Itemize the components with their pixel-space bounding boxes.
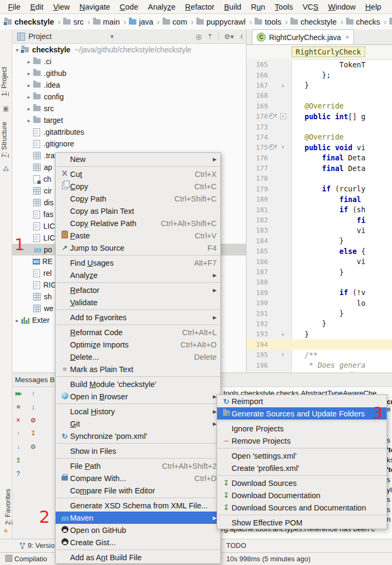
submenu-item-download-sources[interactable]: ↧Download Sources: [217, 477, 387, 489]
tree-item-idea[interactable]: ▸.idea: [12, 79, 246, 91]
submenu-item-remove-projects[interactable]: ─Remove Projects: [217, 435, 387, 447]
menubar-run[interactable]: Run: [246, 3, 270, 11]
submenu-item-show-effective-pom[interactable]: Show Effective POM: [217, 516, 387, 529]
context-menu-item-compare-with[interactable]: Compare With...Ctrl+D: [56, 472, 220, 484]
project-view-dropdown-icon[interactable]: ▼: [110, 34, 115, 40]
tree-arrow-icon[interactable]: ▸: [26, 71, 32, 76]
tree-item-gitattributes[interactable]: .gitattributes: [12, 126, 246, 138]
breadcrumb-puppycrawl[interactable]: puppycrawl: [196, 18, 245, 26]
menubar-build[interactable]: Build: [219, 3, 246, 11]
tree-item-src[interactable]: ▸src: [12, 103, 246, 114]
collapse-all-icon[interactable]: ⇡: [207, 33, 213, 41]
context-menu-item-copy-relative-path[interactable]: Copy Relative PathCtrl+Alt+Shift+C: [56, 217, 220, 229]
submenu-item-ignore-projects[interactable]: Ignore Projects: [217, 422, 387, 435]
context-menu-item-validate[interactable]: Validate: [56, 296, 220, 308]
tree-arrow-icon[interactable]: ▸: [26, 59, 32, 65]
tree-arrow-icon[interactable]: ▸: [26, 82, 32, 88]
tree-item-github[interactable]: ▸.github: [12, 67, 246, 79]
context-menu-item-create-gist[interactable]: Create Gist...: [56, 536, 220, 548]
context-menu-item-copy-path[interactable]: Copy PathCtrl+Shift+C: [56, 192, 220, 205]
hide-passed-icon[interactable]: ⊘: [29, 416, 37, 424]
help-icon[interactable]: ?: [14, 469, 22, 478]
fold-plus-icon[interactable]: +: [280, 113, 286, 119]
menubar-tools[interactable]: Tools: [270, 3, 298, 11]
context-menu-item-mark-as-plain-text[interactable]: ≡Mark as Plain Text: [56, 363, 220, 375]
fold-down-icon[interactable]: ▼: [279, 352, 287, 357]
context-menu-item-add-as-ant-build-file[interactable]: Add as Ant Build File: [56, 551, 220, 563]
context-menu-item-jump-to-source[interactable]: ↗Jump to SourceF4: [56, 242, 220, 254]
tree-arrow-icon[interactable]: ▸: [14, 318, 20, 323]
tree-arrow-icon[interactable]: ▸: [26, 106, 32, 112]
context-menu-item-git[interactable]: Git▶: [56, 417, 220, 430]
context-menu-item-local-history[interactable]: Local History▶: [56, 405, 220, 417]
up-icon[interactable]: ↑: [14, 429, 22, 438]
export-icon[interactable]: ↥: [14, 456, 22, 465]
close-icon[interactable]: ×: [345, 33, 350, 41]
breadcrumb-java[interactable]: java: [129, 18, 153, 26]
import-icon[interactable]: ↧: [29, 429, 37, 438]
context-menu-item-open-on-github[interactable]: Open on GitHub: [56, 524, 220, 536]
tree-arrow-icon[interactable]: ▸: [26, 118, 32, 123]
context-menu-item-maven[interactable]: mMaven▶: [56, 512, 220, 524]
collapse-all-icon[interactable]: ↨: [29, 403, 37, 411]
breadcrumb-com[interactable]: com: [163, 18, 187, 26]
breadcrumb-main[interactable]: main: [93, 18, 120, 26]
submenu-item-download-documentation[interactable]: ↧Download Documentation: [217, 489, 387, 501]
submenu-item-reimport[interactable]: ↻Reimport: [217, 395, 387, 407]
sidebar-tab-project[interactable]: 1: Project: [0, 60, 12, 103]
submenu-item-create-profiles-xml[interactable]: Create 'profiles.xml': [217, 462, 387, 474]
context-menu-item-open-in-browser[interactable]: Open in Browser▶: [56, 390, 220, 403]
submenu-item-download-sources-and-documentation[interactable]: ↧Download Sources and Documentation: [217, 501, 387, 514]
menubar-vcs[interactable]: VCS: [298, 3, 324, 11]
settings-wrench-icon[interactable]: ⚙: [29, 443, 37, 451]
breadcrumb-checks[interactable]: checks: [346, 18, 380, 26]
menubar-window[interactable]: Window: [324, 3, 361, 11]
context-menu-item-copy[interactable]: CopyCtrl+C: [56, 180, 220, 192]
breadcrumb-src[interactable]: src: [63, 18, 83, 26]
context-menu-item-find-usages[interactable]: Find UsagesAlt+F7: [56, 257, 220, 269]
tab-rightcurlycheck[interactable]: C RightCurlyCheck.java ×: [252, 29, 354, 44]
menubar-edit[interactable]: Edit: [25, 3, 48, 11]
down-icon[interactable]: ↓: [14, 443, 22, 451]
context-menu-item-build-module-checkstyle[interactable]: Build Module 'checkstyle': [56, 378, 220, 390]
context-menu-item-show-in-files[interactable]: Show in Files: [56, 445, 220, 457]
stop-icon[interactable]: ■: [14, 403, 22, 411]
breadcrumb-checkstyle[interactable]: checkstyle: [4, 18, 54, 26]
breadcrumb-tools[interactable]: tools: [255, 18, 281, 26]
close-icon[interactable]: ×: [14, 416, 22, 424]
tree-item-ci[interactable]: ▸.ci: [12, 56, 246, 67]
override-icon[interactable]: ↑: [268, 143, 279, 152]
context-menu-item-optimize-imports[interactable]: Optimize ImportsCtrl+Alt+O: [56, 338, 220, 351]
tree-item-checkstyle[interactable]: ▾checkstyle~/java/github/checkstyle/chec…: [12, 44, 246, 56]
context-menu-item-cut[interactable]: CutCtrl+X: [56, 168, 220, 180]
menubar-analyze[interactable]: Analyze: [143, 3, 181, 11]
override-icon[interactable]: ↑: [269, 113, 278, 119]
tree-arrow-icon[interactable]: ▾: [14, 47, 20, 53]
todo-button[interactable]: TODO: [226, 541, 246, 549]
context-menu-item-analyze[interactable]: Analyze▶: [56, 269, 220, 281]
menubar-help[interactable]: Help: [360, 3, 386, 11]
menubar-code[interactable]: Code: [115, 3, 143, 11]
tree-arrow-icon[interactable]: ▸: [26, 94, 32, 100]
breadcrumb-checkstyle[interactable]: checkstyle: [290, 18, 337, 26]
override-icon[interactable]: ↑: [268, 112, 279, 121]
submenu-item-open-settings-xml[interactable]: Open 'settings.xml': [217, 450, 387, 462]
fold-plus-icon[interactable]: +: [279, 113, 287, 119]
context-menu-item-reformat-code[interactable]: Reformat CodeCtrl+Alt+L: [56, 326, 220, 338]
menubar-view[interactable]: View: [48, 3, 74, 11]
version-control-button[interactable]: 9: Versio: [19, 541, 55, 549]
context-menu-item-copy-as-plain-text[interactable]: Copy as Plain Text: [56, 205, 220, 217]
context-menu-item-compare-file-with-editor[interactable]: Compare File with Editor: [56, 484, 220, 497]
fold-up-icon[interactable]: ▲: [279, 331, 287, 336]
breadcrumb-chip[interactable]: RightCurlyCheck: [291, 47, 365, 57]
rerun-icon[interactable]: ▶▶: [14, 389, 22, 398]
tree-item-target[interactable]: ▸target: [12, 114, 246, 126]
tree-item-gitignore[interactable]: .gitignore: [12, 138, 246, 150]
context-menu-item-refactor[interactable]: Refactor▶: [56, 284, 220, 296]
locate-icon[interactable]: ◎: [196, 33, 202, 41]
expand-all-icon[interactable]: ↕: [29, 389, 37, 398]
context-menu-item-paste[interactable]: PasteCtrl+V: [56, 229, 220, 242]
context-menu-item-generate-xsd-schema-from-xml-file[interactable]: Generate XSD Schema from XML File...: [56, 499, 220, 512]
project-panel-header[interactable]: Project ▼ ◎ ⇡ ⚙▾ ⊦: [12, 29, 246, 44]
hide-panel-icon[interactable]: ⊦: [239, 33, 243, 41]
